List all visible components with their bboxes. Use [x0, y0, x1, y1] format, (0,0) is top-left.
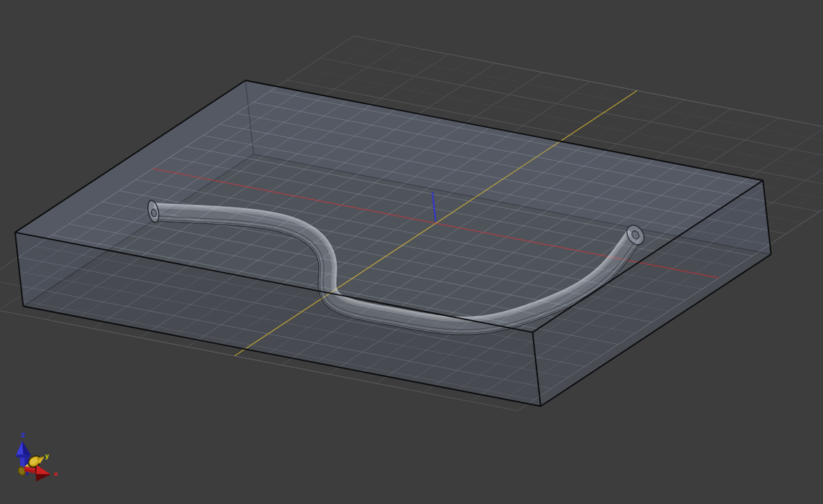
svg-text:Z: Z [22, 431, 26, 439]
svg-text:y: y [45, 452, 50, 459]
svg-text:x: x [54, 470, 58, 477]
